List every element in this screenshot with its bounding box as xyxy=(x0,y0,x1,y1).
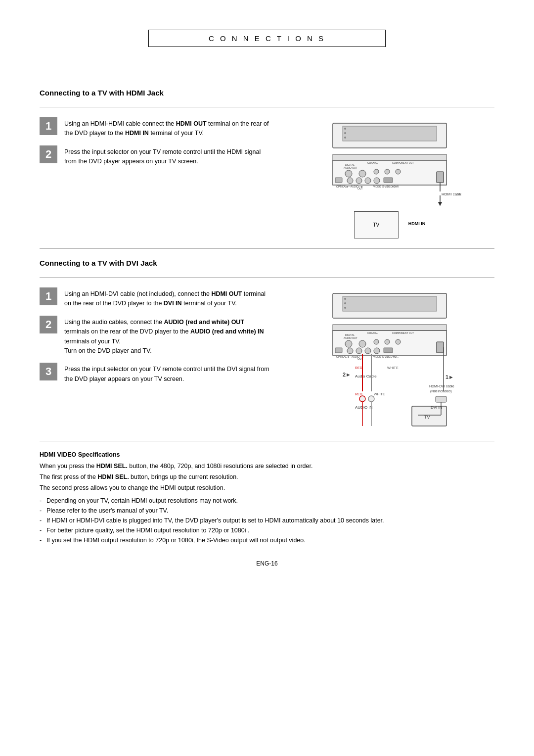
section-dvi: Connecting to a TV with DVI Jack 1 Using… xyxy=(40,259,494,441)
section2-steps: 1 Using an HDMI-DVI cable (not included)… xyxy=(40,287,270,431)
svg-text:DVI IN: DVI IN xyxy=(431,405,443,410)
svg-point-2 xyxy=(344,128,346,130)
section2-content: 1 Using an HDMI-DVI cable (not included)… xyxy=(40,287,494,431)
hdmi-specs-title: HDMI VIDEO Specifications xyxy=(40,451,494,458)
svg-text:AUDIO IN: AUDIO IN xyxy=(355,405,373,410)
svg-rect-48 xyxy=(335,348,342,353)
step1-hdmi-number: 1 xyxy=(40,117,57,135)
svg-text:COAXIAL: COAXIAL xyxy=(367,331,378,334)
svg-text:HD...: HD... xyxy=(393,355,399,358)
section-hdmi: Connecting to a TV with HDMI Jack 1 Usin… xyxy=(40,89,494,249)
svg-rect-16 xyxy=(335,178,342,183)
bullet-2: Please refer to the user's manual of you… xyxy=(40,506,494,516)
svg-point-50 xyxy=(356,348,362,354)
svg-text:VIDEO: VIDEO xyxy=(373,355,381,358)
section1-diagram: DIGITAL AUDIO OUT COAXIAL COMPONENT OUT xyxy=(285,117,494,238)
svg-point-4 xyxy=(344,137,346,139)
svg-rect-1 xyxy=(343,126,437,141)
svg-text:OPTICAL: OPTICAL xyxy=(336,355,347,358)
svg-point-13 xyxy=(374,169,379,174)
section1-steps: 1 Using an HDMI-HDMI cable connect the H… xyxy=(40,117,270,238)
hdmi-para1: When you press the HDMI SEL. button, the… xyxy=(40,461,494,471)
svg-point-74 xyxy=(368,396,374,402)
svg-point-47 xyxy=(396,339,400,344)
step2-dvi: 2 Using the audio cables, connect the AU… xyxy=(40,316,270,356)
step1-hdmi-text: Using an HDMI-HDMI cable connect the HDM… xyxy=(64,117,270,139)
svg-text:COAXIAL: COAXIAL xyxy=(367,161,378,164)
svg-rect-75 xyxy=(436,396,446,402)
step3-dvi: 3 Press the input selector on your TV re… xyxy=(40,363,270,384)
step3-dvi-text: Press the input selector on your TV remo… xyxy=(64,363,270,384)
page-number: ENG-16 xyxy=(40,560,494,567)
step1-dvi-number: 1 xyxy=(40,287,57,305)
step2-hdmi-number: 2 xyxy=(40,145,57,163)
svg-text:RED: RED xyxy=(355,392,362,396)
dvd-player-diagram-1: DIGITAL AUDIO OUT COAXIAL COMPONENT OUT xyxy=(318,122,461,206)
svg-point-51 xyxy=(365,348,371,354)
page-title-box: C O N N E C T I O N S xyxy=(148,30,386,47)
svg-text:S-VIDEO: S-VIDEO xyxy=(382,355,393,358)
svg-text:Audio Cable: Audio Cable xyxy=(355,374,377,378)
svg-text:OUT: OUT xyxy=(357,187,363,190)
divider-bottom-dvi xyxy=(40,441,494,441)
svg-rect-21 xyxy=(384,178,393,183)
step3-dvi-number: 3 xyxy=(40,363,57,380)
svg-text:WHITE: WHITE xyxy=(387,366,399,370)
svg-text:OUT: OUT xyxy=(357,357,363,360)
step1-dvi-text: Using an HDMI-DVI cable (not included), … xyxy=(64,287,270,309)
section2-diagram: DIGITAL AUDIO OUT COAXIAL COMPONENT OUT xyxy=(285,287,494,431)
svg-point-11 xyxy=(345,170,352,177)
svg-rect-37 xyxy=(333,325,446,331)
svg-point-34 xyxy=(344,298,346,300)
svg-text:VIDEO: VIDEO xyxy=(373,185,381,188)
svg-point-73 xyxy=(359,396,365,402)
bullet-3: If HDMI or HDMI-DVI cable is plugged int… xyxy=(40,516,494,525)
svg-point-44 xyxy=(359,340,366,347)
svg-point-15 xyxy=(396,169,400,174)
svg-point-49 xyxy=(347,348,353,354)
svg-text:HDMI cable: HDMI cable xyxy=(442,192,461,196)
svg-point-35 xyxy=(344,302,346,304)
section1-title: Connecting to a TV with HDMI Jack xyxy=(40,89,494,97)
page-title: C O N N E C T I O N S xyxy=(209,34,325,43)
svg-point-52 xyxy=(374,348,380,354)
svg-point-45 xyxy=(374,339,379,344)
tv-label-1: TV xyxy=(373,222,379,228)
svg-text:COMPONENT OUT: COMPONENT OUT xyxy=(392,161,414,164)
svg-rect-5 xyxy=(333,154,446,160)
svg-point-43 xyxy=(345,340,352,347)
step2-dvi-text: Using the audio cables, connect the AUDI… xyxy=(64,316,270,356)
svg-text:2►: 2► xyxy=(343,372,351,378)
svg-text:S-VIDEO: S-VIDEO xyxy=(382,185,393,188)
section2-title: Connecting to a TV with DVI Jack xyxy=(40,259,494,267)
svg-rect-53 xyxy=(384,348,393,353)
step1-hdmi: 1 Using an HDMI-HDMI cable connect the H… xyxy=(40,117,270,139)
svg-rect-60 xyxy=(437,342,444,353)
bullet-5: If you set the HDMI output resolution to… xyxy=(40,535,494,545)
hdmi-specs-body: When you press the HDMI SEL. button, the… xyxy=(40,461,494,493)
svg-text:RED: RED xyxy=(355,366,362,370)
hdmi-bullets: Depending on your TV, certain HDMI outpu… xyxy=(40,496,494,545)
step1-dvi: 1 Using an HDMI-DVI cable (not included)… xyxy=(40,287,270,309)
svg-rect-33 xyxy=(343,296,437,311)
hdmi-para2: The first press of the HDMI SEL. button,… xyxy=(40,472,494,482)
bullet-1: Depending on your TV, certain HDMI outpu… xyxy=(40,496,494,506)
hdmi-para3: The second press allows you to change th… xyxy=(40,483,494,493)
svg-point-36 xyxy=(344,307,346,309)
svg-text:(Not included): (Not included) xyxy=(430,389,452,393)
svg-point-14 xyxy=(385,169,390,174)
step2-hdmi: 2 Press the input selector on your TV re… xyxy=(40,145,270,167)
section1-content: 1 Using an HDMI-HDMI cable connect the H… xyxy=(40,117,494,238)
svg-text:AUDIO OUT: AUDIO OUT xyxy=(344,336,357,339)
hdmi-specs-section: HDMI VIDEO Specifications When you press… xyxy=(40,451,494,545)
svg-text:HDMI-DVI cable: HDMI-DVI cable xyxy=(429,384,454,388)
svg-text:COMPONENT OUT: COMPONENT OUT xyxy=(392,331,414,334)
svg-point-12 xyxy=(359,170,366,177)
svg-text:1►: 1► xyxy=(445,374,454,380)
divider-bottom-hdmi xyxy=(40,248,494,249)
svg-point-19 xyxy=(365,178,371,184)
divider-top-hdmi xyxy=(40,107,494,107)
tv-diagram-1: TV xyxy=(354,211,399,238)
svg-point-46 xyxy=(385,339,390,344)
svg-point-17 xyxy=(347,178,353,184)
